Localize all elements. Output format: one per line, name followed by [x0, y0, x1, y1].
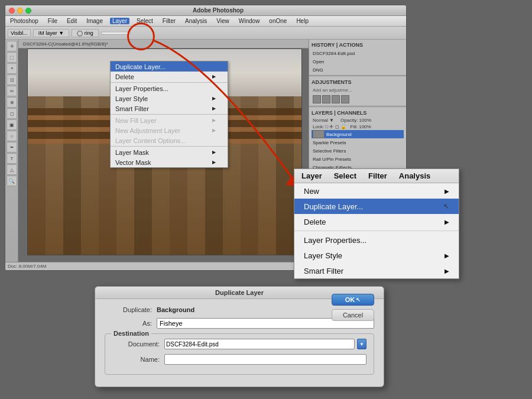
duplicate-layer-dialog: Duplicate Layer OK ↖ Cancel Duplicate: B…: [95, 286, 384, 387]
document-select[interactable]: [164, 339, 355, 349]
dropdown-item-duplicate[interactable]: Duplicate Layer...: [111, 61, 228, 72]
tools-panel: ✛ ⬚ ⌖ ⊡ ✏ ⊕ ◻ ▣ ○ ✒ T △ 🔍: [5, 40, 18, 270]
name-label: Name:: [112, 356, 160, 363]
dropdown-item-delete[interactable]: Delete ▶: [111, 72, 228, 82]
cancel-button[interactable]: Cancel: [332, 309, 374, 321]
tool-brush[interactable]: ✏: [7, 86, 17, 96]
context-item-properties-label: Layer Properties...: [304, 236, 366, 245]
menu-edit[interactable]: Edit: [64, 18, 79, 24]
context-item-new-arrow: ▶: [445, 188, 449, 194]
dropdown-item-new-fill: New Fill Layer ▶: [111, 115, 228, 125]
context-item-delete[interactable]: Delete ▶: [294, 214, 459, 229]
menu-filter[interactable]: Filter: [160, 18, 178, 24]
tool-eraser[interactable]: ◻: [7, 108, 17, 119]
menu-view[interactable]: View: [214, 18, 232, 24]
history-panel: HISTORY | ACTIONS DSCF3284-Edit.psd Open…: [309, 40, 406, 76]
context-item-duplicate[interactable]: Duplicate Layer... ↖: [294, 199, 459, 214]
document-row: Document: ▼: [112, 339, 366, 349]
context-tab-analysis[interactable]: Analysis: [399, 171, 430, 180]
context-tab-select[interactable]: Select: [334, 171, 356, 180]
layer-background-row[interactable]: Background: [312, 130, 404, 138]
tool-option: Visibl...: [8, 29, 31, 37]
ok-cursor-icon: ↖: [356, 297, 361, 303]
dropdown-item-vector-mask[interactable]: Vector Mask ▶: [111, 157, 228, 167]
context-item-properties[interactable]: Layer Properties...: [294, 232, 459, 248]
adj-icon4[interactable]: [341, 95, 349, 103]
context-item-new-label: New: [304, 187, 319, 196]
history-item[interactable]: DSCF3284-Edit.psd: [312, 49, 404, 57]
history-item2[interactable]: Open: [312, 57, 404, 66]
canvas-area: DSCF3284-C(Unsated@41.8%(RGB/8)* Duplica…: [18, 40, 309, 270]
context-item-duplicate-label: Duplicate Layer...: [304, 202, 363, 211]
as-label: As:: [105, 320, 152, 327]
dropdown-divider: [111, 82, 228, 83]
context-tab-layer[interactable]: Layer: [301, 171, 322, 180]
adj-icon[interactable]: [313, 95, 321, 103]
maximize-button[interactable]: [25, 8, 31, 14]
tool-shape[interactable]: △: [7, 164, 17, 175]
options-bar: Visibl... IM layer ▼ ◯ ring: [5, 27, 406, 40]
name-row: Name:: [112, 354, 366, 365]
tool-option2: IM layer ▼: [33, 29, 69, 37]
canvas-tab[interactable]: DSCF3284-C(Unsated@41.8%(RGB/8)*: [18, 40, 309, 48]
dialog-body: OK ↖ Cancel Duplicate: Background As: De…: [95, 299, 384, 387]
tool-dodge[interactable]: ○: [7, 131, 17, 141]
context-item-delete-label: Delete: [304, 218, 326, 226]
adj-icon3[interactable]: [332, 95, 340, 103]
dropdown-item-properties[interactable]: Layer Properties...: [111, 83, 228, 93]
menu-analysis[interactable]: Analysis: [183, 18, 209, 24]
minimize-button[interactable]: [17, 8, 23, 14]
menu-help[interactable]: Help: [294, 18, 311, 24]
layer-thumb: [313, 130, 325, 138]
dropdown-item-new-adj: New Adjustment Layer ▶: [111, 125, 228, 135]
duplicate-label: Duplicate:: [105, 306, 152, 313]
destination-label: Destination: [111, 330, 151, 337]
document-dropdown-arrow[interactable]: ▼: [357, 339, 366, 349]
menu-layer[interactable]: Layer: [110, 18, 129, 24]
tool-input[interactable]: [101, 32, 131, 34]
dropdown-item-filter[interactable]: Smart Filter ▶: [111, 103, 228, 113]
history-item3[interactable]: DNG: [312, 66, 404, 74]
menu-select[interactable]: Select: [134, 18, 155, 24]
close-button[interactable]: [9, 8, 15, 14]
cursor-pointer-icon: ↖: [443, 202, 449, 210]
status-text: Doc: 8.00M/7.04M: [8, 264, 46, 269]
tool-type[interactable]: T: [7, 153, 17, 164]
context-item-smart-filter-label: Smart Filter: [304, 267, 343, 275]
ok-label: OK: [345, 296, 355, 303]
name-input[interactable]: [164, 354, 366, 365]
dropdown-divider3: [111, 146, 228, 147]
context-item-smart-filter[interactable]: Smart Filter ▶: [294, 263, 459, 278]
layer-selective-row[interactable]: Selective Filters: [312, 147, 404, 155]
tool-clone[interactable]: ⊕: [7, 97, 17, 108]
tool-lasso[interactable]: ⌖: [7, 63, 17, 74]
layer-dropdown-menu: Duplicate Layer... Delete ▶ Layer Proper…: [110, 61, 228, 168]
document-label: Document:: [112, 340, 160, 348]
duplicate-value: Background: [157, 306, 194, 313]
tool-zoom[interactable]: 🔍: [7, 176, 17, 186]
menu-image[interactable]: Image: [84, 18, 105, 24]
ok-button[interactable]: OK ↖: [332, 294, 374, 306]
adjustment-hint: Add an adjustme...: [312, 86, 404, 94]
menu-file[interactable]: File: [46, 18, 60, 24]
adj-icon2[interactable]: [322, 95, 330, 103]
layer-rail-btn-row[interactable]: Rail U/Pin Presets: [312, 155, 404, 163]
menu-photoshop[interactable]: Photoshop: [8, 18, 41, 24]
context-tab-filter[interactable]: Filter: [368, 171, 387, 180]
context-menu-header: Layer Select Filter Analysis: [294, 169, 459, 183]
context-item-style[interactable]: Layer Style ▶: [294, 248, 459, 263]
dropdown-item-style[interactable]: Layer Style ▶: [111, 93, 228, 103]
dropdown-item-content-options: Layer Content Options...: [111, 135, 228, 145]
adjustment-title: ADJUSTMENTS: [312, 78, 404, 86]
tool-move[interactable]: ✛: [7, 41, 17, 51]
tool-select[interactable]: ⬚: [7, 52, 17, 63]
tool-crop[interactable]: ⊡: [7, 74, 17, 85]
dropdown-item-mask[interactable]: Layer Mask ▶: [111, 147, 228, 157]
menu-onone[interactable]: onOne: [267, 18, 289, 24]
tool-option3: ◯ ring: [72, 29, 99, 37]
tool-paint[interactable]: ▣: [7, 119, 17, 130]
tool-pen[interactable]: ✒: [7, 142, 17, 153]
layer-sparkle-row[interactable]: Sparkle Presets: [312, 138, 404, 147]
menu-window[interactable]: Window: [236, 18, 262, 24]
context-item-new[interactable]: New ▶: [294, 183, 459, 199]
